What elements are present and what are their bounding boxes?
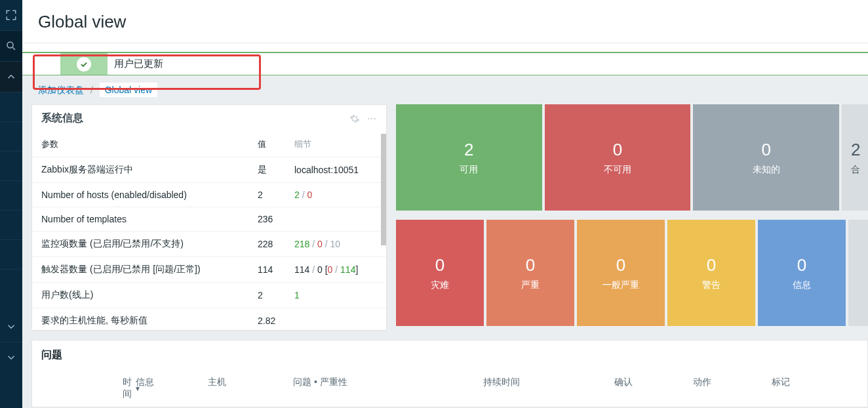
table-row: Number of hosts (enabled/disabled)22 / 0	[32, 183, 386, 207]
cell-detail	[285, 308, 386, 334]
severity-tile[interactable]: 0灾难	[396, 220, 484, 326]
table-row: Number of templates236	[32, 207, 386, 232]
sidebar-menu-item-5[interactable]	[0, 211, 22, 239]
tile-label: 严重	[521, 279, 540, 291]
tile-number: 2	[464, 140, 473, 160]
svg-point-0	[7, 42, 13, 48]
tile-number: 0	[707, 255, 716, 275]
tile-label: 未知的	[753, 164, 780, 176]
col-header-value: 值	[248, 132, 285, 157]
cell-value: 是	[248, 157, 285, 183]
col-host[interactable]: 主机	[201, 377, 286, 400]
cell-detail	[285, 207, 386, 232]
tile-number: 0	[616, 255, 625, 275]
checkmark-icon	[77, 57, 91, 71]
sidebar-expand-1[interactable]	[0, 312, 22, 342]
more-icon[interactable]	[366, 113, 377, 124]
table-row: 用户数(线上)21	[32, 283, 386, 308]
col-header-param: 参数	[32, 132, 248, 157]
table-row: 触发器数量 (已启用/已禁用 [问题/正常])114114 / 0 [0 / 1…	[32, 257, 386, 283]
cell-detail: localhost:10051	[285, 157, 386, 183]
svg-point-4	[374, 117, 376, 119]
col-action[interactable]: 动作	[686, 377, 765, 400]
widget-problems: 问题 时间▼ 信息 主机 问题 • 严重性 持续时间 确认 动作 标记	[31, 340, 868, 407]
cell-param: Number of hosts (enabled/disabled)	[32, 183, 248, 207]
tile-label: 可用	[460, 164, 478, 176]
availability-tile[interactable]: 0不可用	[545, 104, 691, 211]
tile-number: 0	[526, 255, 535, 275]
cell-detail: 218 / 0 / 10	[285, 232, 386, 257]
tile-number: 0	[435, 255, 444, 275]
svg-point-3	[371, 117, 373, 119]
cell-param: 用户数(线上)	[32, 283, 248, 308]
cell-param: Number of templates	[32, 207, 248, 232]
svg-line-1	[12, 47, 15, 50]
tile-number: 0	[613, 140, 622, 160]
col-info[interactable]: 信息	[129, 377, 201, 400]
tile-label: 合	[851, 164, 860, 176]
severity-tile[interactable]: 0警告	[667, 220, 755, 326]
table-row: 要求的主机性能, 每秒新值2.82	[32, 308, 386, 334]
chevron-down-icon	[5, 321, 17, 333]
table-row: Zabbix服务器端运行中是localhost:10051	[32, 157, 386, 183]
fullscreen-icon	[5, 9, 17, 21]
sidebar-menu-item-4[interactable]	[0, 181, 22, 210]
tile-label: 一般严重	[602, 279, 639, 291]
cell-param: Zabbix服务器端运行中	[32, 157, 248, 183]
severity-tiles: 0灾难0严重0一般严重0警告0信息	[396, 220, 868, 326]
tile-number: 0	[761, 140, 770, 160]
search-icon	[5, 40, 17, 52]
col-header-detail: 细节	[285, 132, 386, 157]
chevron-down-icon	[5, 352, 17, 363]
col-duration[interactable]: 持续时间	[477, 377, 608, 400]
tile-label: 灾难	[431, 279, 449, 291]
cell-param: 监控项数量 (已启用/已禁用/不支持)	[32, 232, 248, 257]
svg-point-2	[368, 117, 370, 119]
sidebar-collapse-up[interactable]	[0, 62, 22, 92]
cell-value: 114	[248, 257, 285, 283]
sidebar-menu-item-1[interactable]	[0, 92, 22, 121]
cell-param: 触发器数量 (已启用/已禁用 [问题/正常])	[32, 257, 248, 283]
cell-param: 要求的主机性能, 每秒新值	[32, 308, 248, 334]
scrollbar[interactable]	[381, 134, 386, 245]
sidebar-search[interactable]	[0, 31, 22, 61]
availability-tile[interactable]: 2可用	[396, 104, 542, 211]
availability-tile[interactable]: 2合	[842, 104, 868, 211]
sidebar-menu-item-3[interactable]	[0, 152, 22, 180]
tile-number: 0	[797, 255, 806, 275]
availability-tile[interactable]: 0未知的	[693, 104, 839, 211]
cell-detail: 2 / 0	[285, 183, 386, 207]
sidebar-menu-item-6[interactable]	[0, 240, 22, 269]
system-info-table: 参数 值 细节 Zabbix服务器端运行中是localhost:10051Num…	[32, 132, 386, 333]
sidebar-expand-2[interactable]	[0, 342, 22, 373]
problems-column-headers: 时间▼ 信息 主机 问题 • 严重性 持续时间 确认 动作 标记	[32, 370, 867, 407]
col-issue[interactable]: 问题 • 严重性	[286, 377, 477, 400]
table-row: 监控项数量 (已启用/已禁用/不支持)228218 / 0 / 10	[32, 232, 386, 257]
chevron-up-icon	[5, 71, 17, 83]
breadcrumb-add-dashboard[interactable]: 添加仪表盘	[38, 85, 84, 95]
cell-value: 228	[248, 232, 285, 257]
alert-message: 用户已更新	[114, 53, 163, 75]
sidebar-fullscreen[interactable]	[0, 0, 22, 30]
severity-tile[interactable]: 0一般严重	[577, 220, 665, 326]
tile-label: 信息	[793, 279, 811, 291]
tile-number: 2	[851, 140, 860, 160]
severity-tile[interactable]: 0信息	[758, 220, 846, 326]
success-alert: 用户已更新	[22, 52, 868, 75]
gear-icon[interactable]	[349, 113, 360, 124]
cell-detail: 114 / 0 [0 / 114]	[285, 257, 386, 283]
breadcrumb-current[interactable]: Global view	[100, 83, 157, 97]
cell-value: 2	[248, 183, 285, 207]
main-content: Global view 用户已更新 添加仪表盘 / Global view 系统…	[22, 0, 868, 408]
problems-title: 问题	[32, 340, 867, 370]
col-time[interactable]: 时间▼	[37, 377, 129, 400]
availability-tiles: 2可用0不可用0未知的2合	[396, 104, 868, 211]
widget-title: 系统信息	[41, 112, 83, 125]
sidebar-menu-item-2[interactable]	[0, 122, 22, 151]
col-tag[interactable]: 标记	[765, 377, 804, 400]
severity-tile[interactable]: 0严重	[486, 220, 574, 326]
cell-detail: 1	[285, 283, 386, 308]
severity-tile[interactable]	[848, 220, 868, 326]
breadcrumb: 添加仪表盘 / Global view	[22, 85, 868, 104]
col-ack[interactable]: 确认	[608, 377, 686, 400]
